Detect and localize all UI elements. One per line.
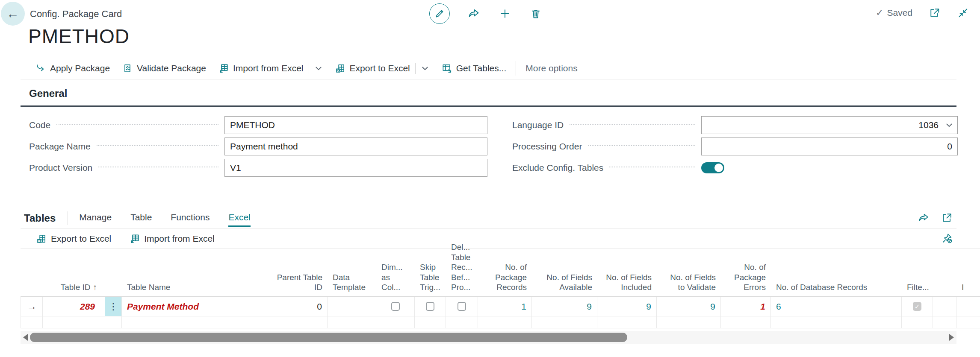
column-header-database-records[interactable]: No. of Database Records [771,249,902,296]
database-records-link[interactable]: 6 [776,301,781,312]
table-row[interactable]: → 289 ⋮ Payment Method 0 [21,297,980,316]
grid-import-from-excel-button[interactable]: Import from Excel [129,233,215,244]
table-name-value[interactable]: Payment Method [127,301,199,312]
grid-export-to-excel-button[interactable]: Export to Excel [36,233,111,244]
scroll-left-arrow[interactable] [23,334,28,341]
database-records-cell: 6 [771,297,902,316]
dotted-leader [609,167,695,167]
column-header-table-id[interactable]: Table ID ↑ [43,249,122,296]
column-header-indicator [21,249,43,296]
scrollbar-thumb[interactable] [30,333,627,342]
package-records-link[interactable]: 1 [521,301,526,312]
check-icon: ✓ [876,7,883,18]
package-name-input[interactable]: Payment method [224,138,487,155]
dotted-leader [570,124,695,125]
share-button[interactable] [468,7,481,20]
tab-excel[interactable]: Excel [228,210,250,227]
column-header-package-records[interactable]: No. of Package Records [478,249,532,296]
product-version-field: Product Version V1 [29,157,487,178]
column-header-parent-table-id[interactable]: Parent Table ID [270,249,328,296]
code-label: Code [29,120,50,130]
dimensions-as-columns-checkbox[interactable] [391,302,400,311]
export-to-excel-button[interactable]: Export to Excel [335,63,410,74]
column-header-delete-table-records[interactable]: Del... Table Rec... Bef... Pro... [446,249,478,296]
tab-manage[interactable]: Manage [79,210,112,227]
horizontal-scrollbar[interactable] [21,331,956,344]
expand-part-icon[interactable] [941,212,953,224]
current-row-arrow-icon: → [27,301,37,312]
import-from-excel-dropdown[interactable] [314,64,323,73]
filtered-checkbox: ✓ [913,302,921,311]
table-name-cell[interactable]: Payment Method [122,297,270,316]
validate-package-button[interactable]: Validate Package [122,63,206,74]
data-template-cell[interactable] [328,297,376,316]
processing-order-input[interactable]: 0 [701,138,958,155]
window-controls: ✓ Saved [876,7,969,19]
tab-table[interactable]: Table [130,210,152,227]
fields-available-link[interactable]: 9 [587,301,592,312]
column-header-fields-available[interactable]: No. of Fields Available [532,249,597,296]
get-tables-button[interactable]: Get Tables... [441,63,507,74]
table-id-cell[interactable]: 289 ⋮ [43,297,122,316]
grid-header-row: Table ID ↑ Table Name Parent Table ID Da… [21,249,980,297]
more-options-button[interactable]: More options [525,63,577,73]
fields-included-link[interactable]: 9 [646,301,651,312]
new-record-button[interactable] [499,7,511,20]
language-id-input[interactable]: 1036 [701,116,958,134]
back-button[interactable]: ← [1,2,25,26]
column-header-table-name[interactable]: Table Name [122,249,270,296]
parent-table-id-cell[interactable]: 0 [270,297,328,316]
empty-table-row[interactable] [21,316,980,328]
table-id-value[interactable]: 289 [80,301,95,312]
edit-button[interactable] [429,3,450,24]
general-heading-rule [21,105,956,107]
collapse-window-button[interactable] [957,7,969,19]
column-header-package-errors[interactable]: No. of Package Errors [721,249,771,296]
tables-heading[interactable]: Tables [24,212,56,224]
apply-package-button[interactable]: Apply Package [35,63,110,74]
delete-button[interactable] [529,7,542,20]
open-in-new-window-button[interactable] [929,7,941,19]
config-package-card-page: ← Config. Package Card ✓ Saved [0,0,980,357]
chevron-down-icon[interactable] [945,121,953,129]
export-to-excel-label: Export to Excel [350,63,410,73]
grid-import-from-excel-label: Import from Excel [144,234,215,244]
scroll-right-arrow[interactable] [949,334,954,341]
truncated-cell [956,297,980,316]
excel-import-icon [218,63,229,74]
general-heading[interactable]: General [29,88,956,99]
fields-to-validate-cell: 9 [657,297,721,316]
column-header-data-template[interactable]: Data Template [328,249,376,296]
exclude-config-tables-toggle[interactable] [701,162,724,173]
column-header-skip-table-triggers[interactable]: Skip Table Trig... [415,249,446,296]
row-context-menu-button[interactable]: ⋮ [105,297,121,316]
code-input[interactable]: PMETHOD [224,116,487,134]
tab-functions[interactable]: Functions [171,210,210,227]
column-header-truncated[interactable]: I [956,249,980,296]
package-name-label: Package Name [29,141,91,152]
column-header-fields-to-validate[interactable]: No. of Fields to Validate [657,249,721,296]
get-tables-label: Get Tables... [456,63,507,73]
exclude-config-tables-field: Exclude Config. Tables [512,157,958,178]
processing-order-field: Processing Order 0 [512,136,958,157]
column-header-dimensions-as-columns[interactable]: Dim... as Col... [376,249,415,296]
excel-import-icon [129,233,140,244]
share-icon[interactable] [918,212,930,224]
package-errors-link[interactable]: 1 [760,301,765,312]
column-header-fields-included[interactable]: No. of Fields Included [597,249,657,296]
dimensions-as-columns-cell [376,297,415,316]
import-from-excel-button[interactable]: Import from Excel [218,63,304,74]
page-title: PMETHOD [28,25,130,48]
delete-table-records-checkbox[interactable] [458,302,466,311]
unpin-icon[interactable] [941,232,953,244]
language-id-field: Language ID 1036 [512,114,958,136]
pencil-icon [434,8,445,19]
delete-table-records-cell [446,297,478,316]
toggle-knob [714,164,723,172]
back-arrow-icon: ← [6,7,19,20]
column-header-filtered[interactable]: Filte... [902,249,933,296]
export-to-excel-dropdown[interactable] [421,64,429,73]
skip-table-triggers-checkbox[interactable] [426,302,434,311]
product-version-input[interactable]: V1 [224,159,487,177]
fields-to-validate-link[interactable]: 9 [710,301,715,312]
